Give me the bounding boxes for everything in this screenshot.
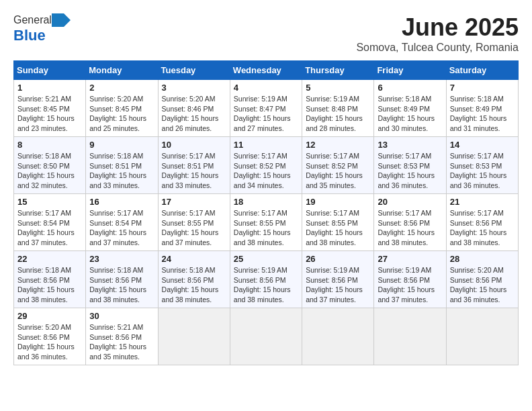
calendar-cell: 7 Sunrise: 5:18 AM Sunset: 8:49 PM Dayli… [446, 80, 518, 137]
calendar-cell: 20 Sunrise: 5:17 AM Sunset: 8:56 PM Dayl… [374, 194, 446, 251]
day-number: 23 [89, 254, 154, 264]
day-number: 9 [89, 140, 154, 150]
calendar-cell [302, 308, 374, 365]
day-number: 28 [450, 254, 515, 264]
day-number: 1 [17, 83, 82, 93]
calendar-cell: 26 Sunrise: 5:19 AM Sunset: 8:56 PM Dayl… [302, 251, 374, 308]
day-info: Sunrise: 5:19 AM Sunset: 8:56 PM Dayligh… [378, 265, 442, 305]
day-number: 15 [17, 197, 82, 207]
day-info: Sunrise: 5:18 AM Sunset: 8:56 PM Dayligh… [162, 265, 226, 305]
week-row-4: 22 Sunrise: 5:18 AM Sunset: 8:56 PM Dayl… [14, 251, 519, 308]
day-info: Sunrise: 5:20 AM Sunset: 8:56 PM Dayligh… [450, 265, 515, 305]
calendar-cell: 22 Sunrise: 5:18 AM Sunset: 8:56 PM Dayl… [14, 251, 86, 308]
week-row-2: 8 Sunrise: 5:18 AM Sunset: 8:50 PM Dayli… [14, 137, 519, 194]
calendar-table: SundayMondayTuesdayWednesdayThursdayFrid… [13, 60, 519, 365]
day-number: 17 [162, 197, 226, 207]
calendar-cell: 18 Sunrise: 5:17 AM Sunset: 8:55 PM Dayl… [230, 194, 302, 251]
day-info: Sunrise: 5:19 AM Sunset: 8:48 PM Dayligh… [306, 94, 370, 134]
day-number: 13 [378, 140, 442, 150]
header: General Blue June 2025 Somova, Tulcea Co… [13, 13, 519, 54]
week-row-3: 15 Sunrise: 5:17 AM Sunset: 8:54 PM Dayl… [14, 194, 519, 251]
logo-icon [52, 13, 71, 27]
day-number: 24 [162, 254, 226, 264]
calendar-cell: 13 Sunrise: 5:17 AM Sunset: 8:53 PM Dayl… [374, 137, 446, 194]
calendar-cell: 1 Sunrise: 5:21 AM Sunset: 8:45 PM Dayli… [14, 80, 86, 137]
day-number: 19 [306, 197, 370, 207]
day-info: Sunrise: 5:20 AM Sunset: 8:45 PM Dayligh… [89, 94, 154, 134]
column-header-friday: Friday [374, 61, 446, 80]
calendar-subtitle: Somova, Tulcea County, Romania [356, 42, 519, 54]
day-number: 16 [89, 197, 154, 207]
calendar-cell: 27 Sunrise: 5:19 AM Sunset: 8:56 PM Dayl… [374, 251, 446, 308]
day-info: Sunrise: 5:17 AM Sunset: 8:56 PM Dayligh… [450, 208, 515, 248]
day-info: Sunrise: 5:17 AM Sunset: 8:55 PM Dayligh… [306, 208, 370, 248]
day-info: Sunrise: 5:17 AM Sunset: 8:55 PM Dayligh… [162, 208, 226, 248]
calendar-cell: 14 Sunrise: 5:17 AM Sunset: 8:53 PM Dayl… [446, 137, 518, 194]
title-section: June 2025 Somova, Tulcea County, Romania [356, 13, 519, 54]
column-header-saturday: Saturday [446, 61, 518, 80]
logo: General Blue [13, 13, 71, 44]
day-info: Sunrise: 5:18 AM Sunset: 8:56 PM Dayligh… [17, 265, 82, 305]
day-info: Sunrise: 5:20 AM Sunset: 8:46 PM Dayligh… [162, 94, 226, 134]
day-info: Sunrise: 5:17 AM Sunset: 8:52 PM Dayligh… [306, 151, 370, 191]
calendar-cell: 29 Sunrise: 5:20 AM Sunset: 8:56 PM Dayl… [14, 308, 86, 365]
day-info: Sunrise: 5:17 AM Sunset: 8:55 PM Dayligh… [234, 208, 298, 248]
day-number: 29 [17, 311, 82, 321]
day-info: Sunrise: 5:18 AM Sunset: 8:49 PM Dayligh… [450, 94, 515, 134]
day-number: 4 [234, 83, 298, 93]
svg-marker-0 [52, 13, 71, 27]
calendar-cell: 21 Sunrise: 5:17 AM Sunset: 8:56 PM Dayl… [446, 194, 518, 251]
day-number: 10 [162, 140, 226, 150]
calendar-cell: 6 Sunrise: 5:18 AM Sunset: 8:49 PM Dayli… [374, 80, 446, 137]
calendar-cell: 15 Sunrise: 5:17 AM Sunset: 8:54 PM Dayl… [14, 194, 86, 251]
day-number: 11 [234, 140, 298, 150]
day-info: Sunrise: 5:19 AM Sunset: 8:56 PM Dayligh… [234, 265, 298, 305]
column-header-thursday: Thursday [302, 61, 374, 80]
day-info: Sunrise: 5:17 AM Sunset: 8:52 PM Dayligh… [234, 151, 298, 191]
page-container: General Blue June 2025 Somova, Tulcea Co… [13, 13, 519, 365]
column-header-sunday: Sunday [14, 61, 86, 80]
day-number: 7 [450, 83, 515, 93]
calendar-cell: 8 Sunrise: 5:18 AM Sunset: 8:50 PM Dayli… [14, 137, 86, 194]
column-header-tuesday: Tuesday [158, 61, 230, 80]
calendar-cell: 3 Sunrise: 5:20 AM Sunset: 8:46 PM Dayli… [158, 80, 230, 137]
day-number: 6 [378, 83, 442, 93]
day-info: Sunrise: 5:17 AM Sunset: 8:53 PM Dayligh… [378, 151, 442, 191]
day-number: 18 [234, 197, 298, 207]
week-row-5: 29 Sunrise: 5:20 AM Sunset: 8:56 PM Dayl… [14, 308, 519, 365]
calendar-cell: 17 Sunrise: 5:17 AM Sunset: 8:55 PM Dayl… [158, 194, 230, 251]
day-info: Sunrise: 5:17 AM Sunset: 8:54 PM Dayligh… [89, 208, 154, 248]
day-number: 25 [234, 254, 298, 264]
day-number: 26 [306, 254, 370, 264]
calendar-cell: 19 Sunrise: 5:17 AM Sunset: 8:55 PM Dayl… [302, 194, 374, 251]
day-info: Sunrise: 5:18 AM Sunset: 8:56 PM Dayligh… [89, 265, 154, 305]
week-row-1: 1 Sunrise: 5:21 AM Sunset: 8:45 PM Dayli… [14, 80, 519, 137]
day-info: Sunrise: 5:18 AM Sunset: 8:51 PM Dayligh… [89, 151, 154, 191]
calendar-cell: 10 Sunrise: 5:17 AM Sunset: 8:51 PM Dayl… [158, 137, 230, 194]
calendar-cell [230, 308, 302, 365]
day-number: 8 [17, 140, 82, 150]
day-number: 21 [450, 197, 515, 207]
calendar-header-row: SundayMondayTuesdayWednesdayThursdayFrid… [14, 61, 519, 80]
calendar-cell: 9 Sunrise: 5:18 AM Sunset: 8:51 PM Dayli… [86, 137, 158, 194]
day-number: 3 [162, 83, 226, 93]
day-info: Sunrise: 5:19 AM Sunset: 8:47 PM Dayligh… [234, 94, 298, 134]
calendar-cell: 24 Sunrise: 5:18 AM Sunset: 8:56 PM Dayl… [158, 251, 230, 308]
day-info: Sunrise: 5:18 AM Sunset: 8:50 PM Dayligh… [17, 151, 82, 191]
day-info: Sunrise: 5:19 AM Sunset: 8:56 PM Dayligh… [306, 265, 370, 305]
calendar-cell [446, 308, 518, 365]
day-info: Sunrise: 5:21 AM Sunset: 8:45 PM Dayligh… [17, 94, 82, 134]
calendar-cell [374, 308, 446, 365]
column-header-wednesday: Wednesday [230, 61, 302, 80]
day-info: Sunrise: 5:20 AM Sunset: 8:56 PM Dayligh… [17, 322, 82, 362]
calendar-cell: 28 Sunrise: 5:20 AM Sunset: 8:56 PM Dayl… [446, 251, 518, 308]
logo-general-text: General [13, 14, 52, 26]
calendar-cell: 2 Sunrise: 5:20 AM Sunset: 8:45 PM Dayli… [86, 80, 158, 137]
calendar-cell [158, 308, 230, 365]
calendar-cell: 4 Sunrise: 5:19 AM Sunset: 8:47 PM Dayli… [230, 80, 302, 137]
day-info: Sunrise: 5:18 AM Sunset: 8:49 PM Dayligh… [378, 94, 442, 134]
calendar-cell: 30 Sunrise: 5:21 AM Sunset: 8:56 PM Dayl… [86, 308, 158, 365]
day-number: 20 [378, 197, 442, 207]
day-info: Sunrise: 5:17 AM Sunset: 8:51 PM Dayligh… [162, 151, 226, 191]
day-number: 27 [378, 254, 442, 264]
